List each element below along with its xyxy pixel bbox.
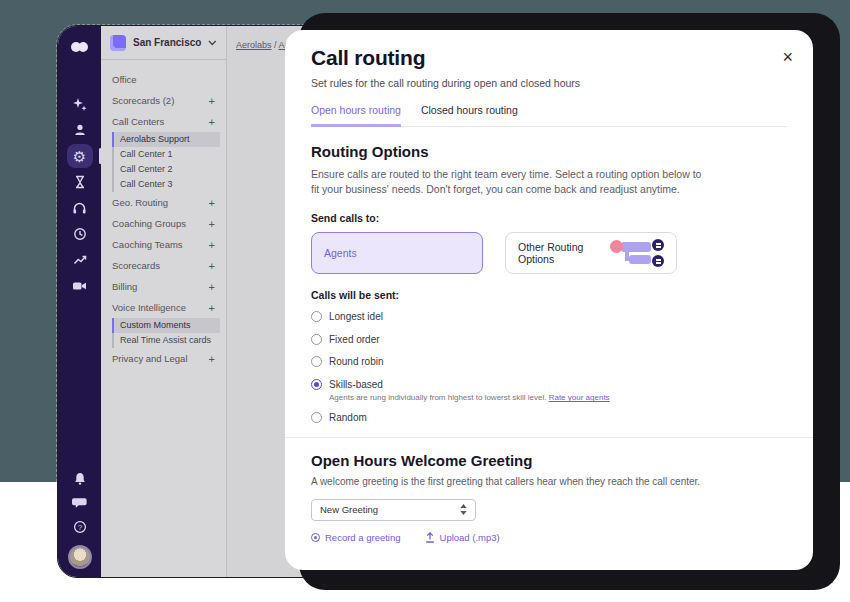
modal-subtitle: Set rules for the call routing during op… <box>311 77 787 89</box>
record-greeting-link[interactable]: Record a greeting <box>311 532 401 543</box>
location-switcher[interactable]: San Francisco <box>101 26 226 60</box>
skills-based-description: Agents are rung individually from highes… <box>329 393 787 402</box>
history-clock-icon[interactable] <box>67 222 93 246</box>
send-calls-cards: Agents Other Routing Options <box>311 232 787 274</box>
user-avatar[interactable] <box>68 545 92 569</box>
sidebar-item-geo-routing[interactable]: Geo. Routing+ <box>101 192 226 213</box>
call-routing-modal: Call routing × Set rules for the call ro… <box>285 30 813 570</box>
radio-icon <box>311 356 322 367</box>
radio-icon <box>311 379 322 390</box>
card-other-routing-options[interactable]: Other Routing Options <box>505 232 677 274</box>
help-icon[interactable]: ? <box>67 515 93 539</box>
sidebar-item-call-center-3[interactable]: Call Center 3 <box>112 177 220 192</box>
upload-mp3-link[interactable]: Upload (.mp3) <box>425 532 500 543</box>
routing-tabs: Open hours routing Closed hours routing <box>311 104 787 127</box>
section-divider <box>285 437 813 438</box>
app-logo-icon <box>67 35 93 59</box>
breadcrumb-separator: / <box>274 40 277 50</box>
expand-icon[interactable]: + <box>209 353 215 365</box>
routing-flow-illustration <box>610 238 664 268</box>
greeting-heading: Open Hours Welcome Greeting <box>311 452 787 469</box>
modal-title: Call routing <box>311 46 787 70</box>
sidebar-item-custom-moments[interactable]: Custom Moments <box>112 318 220 333</box>
radio-icon <box>311 334 322 345</box>
radio-longest-idle[interactable]: Longest idel <box>311 311 787 322</box>
expand-icon[interactable]: + <box>209 260 215 272</box>
send-calls-label: Send calls to: <box>311 212 787 224</box>
sidebar-item-scorecards-2[interactable]: Scorecards (2)+ <box>101 90 226 111</box>
greeting-select-value: New Greeting <box>320 504 378 515</box>
location-name: San Francisco <box>133 37 201 48</box>
tab-open-hours-routing[interactable]: Open hours routing <box>311 104 401 127</box>
greeting-actions: Record a greeting Upload (.mp3) <box>311 532 787 543</box>
expand-icon[interactable]: + <box>209 239 215 251</box>
call-distribution-options: Longest idel Fixed order Round robin Ski… <box>311 311 787 423</box>
expand-icon[interactable]: + <box>209 281 215 293</box>
radio-icon <box>311 311 322 322</box>
radio-random[interactable]: Random <box>311 412 787 423</box>
icon-rail: ⚙ ? <box>58 26 101 577</box>
sidebar-item-voice-intelligence[interactable]: Voice Intelligence+ <box>101 297 226 318</box>
radio-round-robin[interactable]: Round robin <box>311 356 787 367</box>
ai-sparkles-icon[interactable] <box>67 92 93 116</box>
expand-icon[interactable]: + <box>209 197 215 209</box>
greeting-description: A welcome greeting is the first greeting… <box>311 475 711 490</box>
expand-icon[interactable]: + <box>209 95 215 107</box>
expand-icon[interactable]: + <box>209 218 215 230</box>
card-other-label: Other Routing Options <box>518 241 610 265</box>
breadcrumb-link-aerolabs[interactable]: Aerolabs <box>236 40 272 50</box>
settings-gear-icon[interactable]: ⚙ <box>67 144 93 168</box>
rate-your-agents-link[interactable]: Rate your agents <box>549 393 610 402</box>
upload-icon <box>425 532 435 543</box>
chevron-down-icon <box>208 40 217 46</box>
record-icon <box>311 533 320 542</box>
sidebar-menu: Office Scorecards (2)+ Call Centers+ Aer… <box>101 60 226 369</box>
calls-sent-label: Calls will be sent: <box>311 289 787 301</box>
svg-text:?: ? <box>77 523 82 532</box>
sidebar-item-call-center-2[interactable]: Call Center 2 <box>112 162 220 177</box>
routing-options-description: Ensure calls are routed to the right tea… <box>311 167 711 197</box>
close-icon[interactable]: × <box>782 48 793 66</box>
sidebar-item-real-time-assist[interactable]: Real Time Assist cards <box>112 333 220 348</box>
hourglass-icon[interactable] <box>67 170 93 194</box>
expand-icon[interactable]: + <box>209 302 215 314</box>
expand-icon[interactable]: + <box>209 116 215 128</box>
workspace-logo-icon <box>110 35 126 51</box>
video-camera-icon[interactable] <box>67 274 93 298</box>
sidebar-item-coaching-groups[interactable]: Coaching Groups+ <box>101 213 226 234</box>
users-icon[interactable] <box>67 118 93 142</box>
select-arrows-icon <box>460 504 467 515</box>
sidebar: San Francisco Office Scorecards (2)+ Cal… <box>101 26 227 577</box>
radio-skills-based[interactable]: Skills-based <box>311 379 787 390</box>
sidebar-item-scorecards[interactable]: Scorecards+ <box>101 255 226 276</box>
sidebar-item-coaching-teams[interactable]: Caoching Teams+ <box>101 234 226 255</box>
routing-options-heading: Routing Options <box>311 143 787 160</box>
sidebar-item-privacy-legal[interactable]: Privacy and Legal+ <box>101 348 226 369</box>
card-agents[interactable]: Agents <box>311 232 483 274</box>
tab-closed-hours-routing[interactable]: Closed hours routing <box>421 104 518 127</box>
radio-fixed-order[interactable]: Fixed order <box>311 334 787 345</box>
greeting-select[interactable]: New Greeting <box>311 499 476 521</box>
sidebar-item-office[interactable]: Office <box>101 69 226 90</box>
headphones-icon[interactable] <box>67 196 93 220</box>
analytics-trend-icon[interactable] <box>67 248 93 272</box>
sidebar-item-aerolabs-support[interactable]: Aerolabs Support <box>112 132 220 147</box>
radio-icon <box>311 412 322 423</box>
notifications-bell-icon[interactable] <box>67 467 93 491</box>
chat-icon[interactable] <box>67 491 93 515</box>
sidebar-item-call-center-1[interactable]: Call Center 1 <box>112 147 220 162</box>
sidebar-item-billing[interactable]: Billing+ <box>101 276 226 297</box>
sidebar-item-call-centers[interactable]: Call Centers+ <box>101 111 226 132</box>
